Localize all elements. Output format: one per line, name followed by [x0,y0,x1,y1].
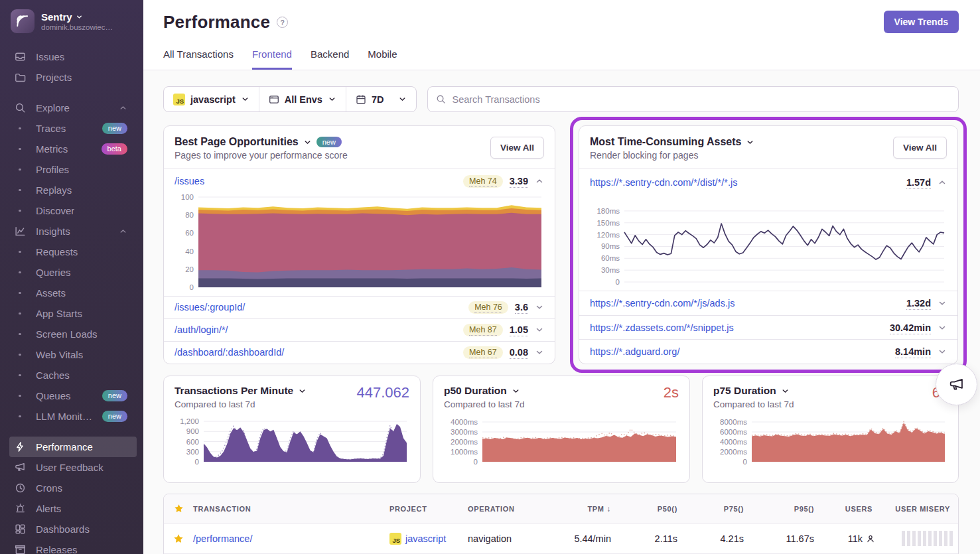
transaction-link[interactable]: /performance/ [193,533,252,544]
asset-link[interactable]: https://*.sentry-cdn.com/*/js/ads.js [590,298,900,309]
tab-frontend[interactable]: Frontend [252,48,292,70]
sidebar-item-explore[interactable]: Explore [9,98,137,118]
accordion-row-auth-login[interactable]: /auth/login/*/ Meh 87 1.05 [164,318,555,341]
sidebar-item-replays[interactable]: Replays [9,180,137,200]
project-filter[interactable]: JS javascript [164,87,259,111]
column-header-p50[interactable]: P50() [614,505,680,513]
sidebar-item-metrics[interactable]: Metricsbeta [9,139,137,159]
transaction-link[interactable]: /auth/login/*/ [175,324,456,335]
sidebar-item-alerts[interactable]: Alerts [9,498,137,519]
sidebar-item-projects[interactable]: Projects [9,67,137,88]
feedback-button[interactable] [936,364,977,405]
column-header-operation[interactable]: OPERATION [468,505,539,513]
column-header-tpm[interactable]: TPM ↓ [539,504,614,514]
assets-view-all-button[interactable]: View All [893,137,947,159]
asset-link[interactable]: https://*.sentry-cdn.com/*/dist/*/*.js [590,177,900,188]
sidebar-item-requests[interactable]: Requests [9,242,137,262]
bullet-icon [15,165,29,175]
best-pages-view-all-button[interactable]: View All [490,137,544,159]
user-icon [866,534,875,543]
bullet-icon [15,309,29,319]
accordion-row-dashboard[interactable]: /dashboard/:dashboardId/ Meh 67 0.08 [164,341,555,364]
operation-cell: navigation [468,533,539,544]
sidebar-item-discover[interactable]: Discover [9,200,137,221]
accordion-row-adguard[interactable]: https://*.adguard.org/ 8.14min [579,339,957,364]
best-page-opportunities-panel: Best Page Opportunities new Pages to imp… [163,125,555,364]
opportunity-value: 3.39 [510,176,528,186]
sidebar-item-label: Screen Loads [36,328,98,340]
tab-backend[interactable]: Backend [311,48,349,70]
sidebar-item-profiles[interactable]: Profiles [9,159,137,180]
asset-link[interactable]: https://*.zdassets.com/*/snippet.js [590,322,883,333]
sidebar-item-screen-loads[interactable]: Screen Loads [9,324,137,344]
environment-filter[interactable]: All Envs [259,87,346,111]
column-header-users[interactable]: USERS [817,505,875,513]
calendar-icon [356,94,366,105]
p75-title-dropdown[interactable]: p75 Duration [713,385,947,397]
accordion-row-snippet-js[interactable]: https://*.zdassets.com/*/snippet.js 30.4… [579,315,957,340]
project-link[interactable]: javascript [405,533,446,544]
p50-title-dropdown[interactable]: p50 Duration [444,385,679,397]
asset-time-value: 8.14min [895,346,931,357]
search-icon [436,94,446,104]
transaction-link[interactable]: /dashboard/:dashboardId/ [175,347,456,358]
help-icon[interactable]: ? [277,17,288,28]
bullet-icon [15,329,29,340]
sidebar-item-dashboards[interactable]: Dashboards [9,519,137,539]
sidebar-item-label: Assets [36,287,66,299]
view-trends-button[interactable]: View Trends [884,11,959,33]
accordion-row-ads-js[interactable]: https://*.sentry-cdn.com/*/js/ads.js 1.3… [579,291,957,315]
star-column-header[interactable] [164,504,193,514]
column-header-user-misery[interactable]: USER MISERY [875,505,954,513]
sidebar-item-traces[interactable]: Tracesnew [9,118,137,139]
accordion-row-issues[interactable]: /issues Meh 74 3.39 [164,169,555,194]
accordion-row-issues-groupid[interactable]: /issues/:groupId/ Meh 76 3.6 [164,296,555,318]
sidebar-item-issues[interactable]: Issues [9,46,137,67]
column-header-project[interactable]: PROJECT [389,505,468,513]
score-badge[interactable]: Meh 74 [463,175,503,188]
sidebar-item-assets[interactable]: Assets [9,283,137,303]
favorite-star-button[interactable] [164,533,193,544]
transaction-link[interactable]: /issues [175,176,456,186]
sidebar-item-app-starts[interactable]: App Starts [9,303,137,324]
score-badge[interactable]: Meh 87 [463,324,503,336]
p50-title: p50 Duration [444,385,507,397]
sidebar-item-queries[interactable]: Queries [9,262,137,283]
misery-bar [949,531,953,546]
best-pages-title: Best Page Opportunities [175,136,299,148]
sidebar-item-performance[interactable]: Performance [9,437,137,457]
sidebar-item-crons[interactable]: Crons [9,478,137,498]
org-switcher[interactable]: Sentry dominik.buszowiec… [9,9,137,33]
bullet-icon [15,350,29,360]
best-pages-title-dropdown[interactable]: Best Page Opportunities new [175,136,544,148]
chevron-down-icon [241,95,249,104]
svg-text:60ms: 60ms [601,255,620,263]
svg-text:180ms: 180ms [596,207,620,215]
accordion-row-dist-js[interactable]: https://*.sentry-cdn.com/*/dist/*/*.js 1… [579,169,957,195]
beta-badge: beta [102,143,127,155]
sidebar-item-insights[interactable]: Insights [9,221,137,242]
bullet-icon [15,370,29,381]
sidebar-item-user-feedback[interactable]: User Feedback [9,457,137,478]
bullet-icon [15,123,29,134]
score-badge[interactable]: Meh 67 [463,346,503,359]
column-header-p95[interactable]: P95() [746,505,817,513]
search-input[interactable] [452,94,950,105]
transaction-link[interactable]: /issues/:groupId/ [175,302,462,312]
tab-mobile[interactable]: Mobile [368,48,397,70]
chevron-down-icon [535,325,544,334]
column-header-transaction[interactable]: TRANSACTION [193,505,389,513]
sidebar-item-queues[interactable]: Queuesnew [9,385,137,406]
chevron-down-icon [298,387,307,395]
date-range-filter[interactable]: 7D [346,87,417,111]
sidebar-item-llm-monitoring[interactable]: LLM Monito…new [9,406,137,427]
score-badge[interactable]: Meh 76 [468,301,508,314]
bullet-icon [15,247,29,257]
asset-link[interactable]: https://*.adguard.org/ [590,346,888,357]
sidebar-item-releases[interactable]: Releases [9,539,137,554]
tab-all-transactions[interactable]: All Transactions [163,48,234,70]
column-header-p75[interactable]: P75() [680,505,746,513]
sidebar-item-web-vitals[interactable]: Web Vitals [9,344,137,365]
sidebar-item-caches[interactable]: Caches [9,365,137,385]
new-badge: new [102,411,127,422]
